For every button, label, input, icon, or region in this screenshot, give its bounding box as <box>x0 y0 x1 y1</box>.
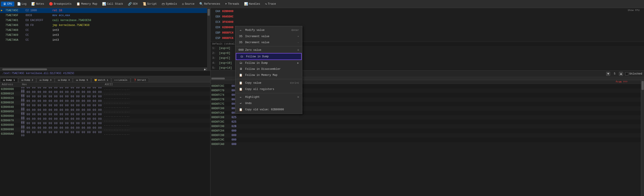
dump-tab-dump4[interactable]: 🗂Dump 4 <box>55 78 73 82</box>
dump-tab-dump5[interactable]: 🗂Dump 5 <box>73 78 91 82</box>
disasm-vscrollbar[interactable] <box>207 8 210 71</box>
reg-value: 3F03000 <box>222 20 233 24</box>
ctx-item-modify-value[interactable]: ✏ Modify value Enter <box>235 27 302 33</box>
stack-row[interactable]: 00D8FC9C 000 <box>210 138 641 142</box>
dump-row-ascii: ................ <box>103 97 210 100</box>
dump-tab-dump2[interactable]: 🗂Dump 2 <box>18 78 36 82</box>
ctx-label: Follow in Dump <box>246 55 296 58</box>
stack-row-addr: 00D8FC70 <box>212 89 232 92</box>
ctx-item-decrement-value[interactable]: 35 Decrement value - <box>235 39 302 45</box>
reg-row-ebx[interactable]: EBX 00A5D0C <box>212 14 642 19</box>
toolbar-btn-notes[interactable]: 📝 Notes <box>29 1 46 6</box>
toolbar-btn-call-stack[interactable]: 📊 Call Stack <box>100 1 125 6</box>
dump-header-ascii: ASCII <box>104 83 209 86</box>
dump-row-addr: 02B90040 <box>0 106 20 109</box>
disasm-hex: EB F0 <box>25 23 52 28</box>
disasm-hscrollbar[interactable]: ▶ <box>0 68 207 71</box>
toolbar-btn-seh[interactable]: 🔗 SEH <box>126 1 140 6</box>
ctx-separator <box>235 79 302 79</box>
disasm-row[interactable]: 75AE7A61 E8 EAC3FEFF call kernelbase.75A… <box>0 18 210 23</box>
toolbar-btn-memory-map[interactable]: 📋 Memory Map <box>74 1 100 6</box>
disasm-row[interactable]: ► 75AE7A5C C2 1000 ret 10 <box>0 8 210 13</box>
disasm-addr: 75AE7A66 <box>4 23 25 28</box>
dump-row-ascii: ................ <box>103 119 210 122</box>
ctx-shortcut: H <box>297 96 299 98</box>
toolbar-btn-symbols[interactable]: 🗃 Symbols <box>160 1 179 6</box>
dump-row-addr: 02B90030 <box>0 101 20 104</box>
dump-tab-dump3[interactable]: 🗂Dump 3 <box>36 78 54 82</box>
dump-row-ascii: ................ <box>103 115 210 118</box>
dump-rows: 02B90000 00 00 00 00 00 00 00 00 00 00 0… <box>0 87 210 196</box>
unlocked-checkbox[interactable] <box>625 72 628 75</box>
ctx-shortcut: Ctrl+C <box>290 82 299 84</box>
toolbar-btn-trace[interactable]: ↪ Trace <box>263 1 278 6</box>
reg-value: 00D8FC6 <box>222 37 233 40</box>
ctx-label: Increment value <box>245 35 295 38</box>
reg-name: ESP <box>212 37 220 40</box>
reg-row-ecx[interactable]: ECX 3F03000 <box>212 20 642 25</box>
dump-tab-dump1[interactable]: 🗂Dump 1 <box>0 78 18 82</box>
trace-icon: ↪ <box>265 2 267 6</box>
stack-vscrollbar[interactable] <box>641 80 644 196</box>
ctx-item-increment-value[interactable]: 35 Increment value + <box>235 33 302 39</box>
dump-tab-icon: 🗂 <box>21 79 24 81</box>
disasm-row[interactable]: 75AE7A6A CC int3 <box>0 38 210 42</box>
stack-row[interactable]: 00D8FC90 02B <box>210 124 641 129</box>
ctx-item-follow-in-disasm[interactable]: 🖥 Follow in Disassembler <box>235 66 302 72</box>
stack-entry-expr: [esp+8] <box>219 52 237 55</box>
stack-entry-num: 2: <box>212 52 217 55</box>
stack-row[interactable]: 00D8FC98 000 <box>210 133 641 138</box>
ctx-item-undo[interactable]: ↩ Undo <box>235 100 302 107</box>
ctx-item-follow-in-dump-sub[interactable]: 🗂 Follow in Dump ▶ <box>235 60 302 66</box>
toolbar-btn-script[interactable]: 📜 Script <box>140 1 159 6</box>
ctx-item-copy-value[interactable]: 📋 Copy value Ctrl+C <box>235 80 302 86</box>
dump-row[interactable]: 02B900A0 00 00 00 00 00 00 00 00 00 00 0… <box>0 132 210 136</box>
toolbar-btn-breakpoints[interactable]: 🔴 Breakpoints <box>47 1 74 6</box>
stack-row[interactable]: 00D8FC94 000 <box>210 129 641 133</box>
stack-row[interactable]: 00D8FC88 025 <box>210 115 641 120</box>
disasm-asm: int3 <box>52 33 210 38</box>
ctx-item-follow-in-dump[interactable]: 🗂 Follow in Dump <box>236 53 302 60</box>
disasm-hscrollbar-thumb <box>2 68 47 70</box>
stack-row[interactable]: 00D8FCA0 000 <box>210 142 641 147</box>
stepper-down-btn[interactable]: ▼ <box>606 72 610 76</box>
right-panel: Show FPU EAX 02B9000 EBX 00A5D0C ECX 3F0… <box>210 8 644 196</box>
stack-row-addr: 00D8FC88 <box>212 116 232 119</box>
reg-row-eax[interactable]: EAX 02B9000 <box>212 9 642 14</box>
info-bar: .text:75AE7A5C kernelbase.dll:$127A5C #1… <box>0 71 210 76</box>
dump-tab-locals[interactable]: ⟼Locals <box>112 78 130 82</box>
ctx-label: Undo <box>245 102 297 105</box>
show-fpu-label: Show FPU <box>628 9 640 12</box>
toolbar-btn-handles[interactable]: 📊 Handles <box>242 1 262 6</box>
toolbar-btn-cpu[interactable]: 🖥 CPU <box>1 1 14 6</box>
disasm-row[interactable]: 75AE7A68 CC int3 <box>0 28 210 33</box>
ctx-item-zero-value[interactable]: 000 Zero value 0 <box>235 47 302 53</box>
toolbar-btn-source[interactable]: ◇ Source <box>180 1 197 6</box>
stack-row-val: 025 <box>232 116 250 119</box>
disasm-row[interactable]: 75AE7A66 EB F0 jmp kernelbase.75AE7A58 <box>0 23 210 28</box>
disasm-row[interactable]: 75AE7A5F 88C8 mov ecx,eax <box>0 13 210 18</box>
ctx-item-follow-in-memory-map[interactable]: 📋 Follow in Memory Map <box>235 72 302 78</box>
dump-tab-watch1[interactable]: 🐱Watch 1 <box>91 78 111 82</box>
scroll-right-btn[interactable]: ▶ <box>204 68 207 71</box>
disasm-row[interactable]: 75AE7A69 CC int3 <box>0 33 210 38</box>
stack-row-val: 02B <box>232 125 250 128</box>
stack-row-addr: 00D8FC80 <box>212 107 232 110</box>
dump-tab-struct[interactable]: ❓Struct <box>131 78 149 82</box>
ctx-icon: ✏ <box>238 95 243 99</box>
dump-tab-icon: ❓ <box>134 79 136 81</box>
ctx-item-copy-all-registers[interactable]: 📋 Copy all registers <box>235 86 302 92</box>
dump-header-hex: Hex <box>21 83 104 86</box>
stack-row[interactable]: 00D8FC8C 025 <box>210 120 641 124</box>
toolbar-btn-log[interactable]: 📄 Log <box>15 1 29 6</box>
ctx-item-copy-old-value[interactable]: 📋 Copy old value: 02B80000 <box>235 107 302 113</box>
toolbar-btn-threads[interactable]: ➤ Threads <box>223 1 242 6</box>
toolbar-btn-references[interactable]: 🔍 References <box>197 1 222 6</box>
stack-entry-num: 3: <box>212 57 217 60</box>
ctx-item-highlight[interactable]: ✏ Highlight H <box>235 94 302 100</box>
stack-row-val: 025 <box>232 120 250 124</box>
dump-tab-icon: 🗂 <box>58 79 60 81</box>
stack-entry-expr: [esp+10] <box>219 61 237 65</box>
dump-tab-icon: ⟼ <box>114 79 118 81</box>
stepper-up-btn[interactable]: ▲ <box>619 72 623 76</box>
